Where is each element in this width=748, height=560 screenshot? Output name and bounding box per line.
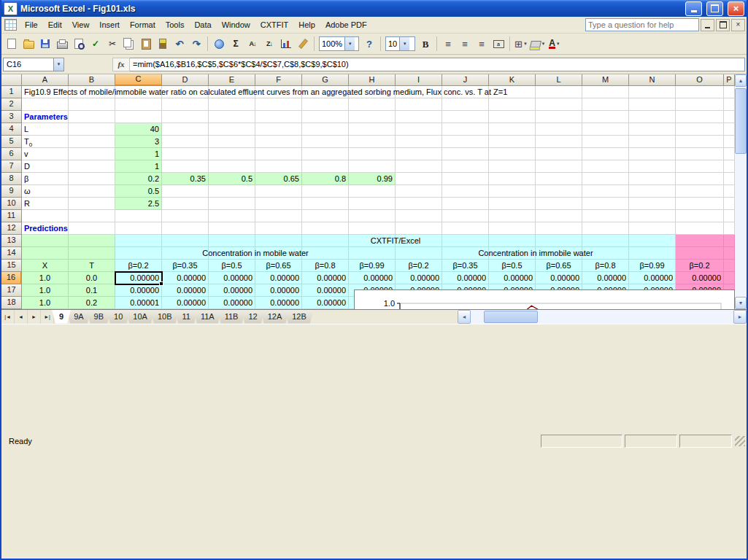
- vertical-scroll-track[interactable]: [735, 87, 747, 297]
- cell-J3[interactable]: [442, 111, 489, 123]
- toolbar-zoom[interactable]: 100%▼: [319, 36, 359, 51]
- font-color-dropdown-icon[interactable]: ▼: [556, 42, 560, 46]
- cell-J11[interactable]: [442, 210, 489, 222]
- effluent-curves-chart[interactable]: 0.00.10.20.30.40.50.60.70.80.91.00.02.04…: [354, 289, 735, 309]
- cell-A14[interactable]: [22, 247, 69, 260]
- cell-E6[interactable]: [209, 148, 255, 160]
- cell-P12[interactable]: [724, 222, 735, 235]
- cell-B10[interactable]: [69, 198, 115, 210]
- cell-A18[interactable]: 1.0: [22, 297, 69, 309]
- cell-M8[interactable]: [582, 173, 629, 185]
- cell-H12[interactable]: [349, 222, 396, 235]
- cell-C11[interactable]: [115, 210, 162, 222]
- cell-G8[interactable]: 0.8: [302, 173, 349, 185]
- cell-K14[interactable]: [489, 247, 536, 260]
- horizontal-scroll-track[interactable]: [471, 310, 733, 324]
- row-header-14[interactable]: 14: [1, 247, 22, 260]
- toolbar-new[interactable]: [4, 36, 20, 52]
- row-header-12[interactable]: 12: [1, 222, 22, 235]
- cell-C13[interactable]: [115, 235, 162, 247]
- cell-F16[interactable]: 0.00000: [255, 272, 302, 284]
- cell-I12[interactable]: [396, 222, 442, 235]
- cell-F18[interactable]: 0.00000: [255, 297, 302, 309]
- cell-C14[interactable]: [115, 247, 162, 260]
- cell-O8[interactable]: [676, 173, 724, 185]
- cell-A7[interactable]: D: [22, 160, 69, 173]
- toolbar-paste[interactable]: [138, 36, 154, 52]
- cell-L6[interactable]: [536, 148, 582, 160]
- cell-P5[interactable]: [724, 136, 735, 148]
- cell-H15[interactable]: β=0.99: [349, 260, 396, 272]
- cell-L4[interactable]: [536, 123, 582, 136]
- column-header-I[interactable]: I: [396, 74, 442, 86]
- cell-O13[interactable]: [676, 235, 724, 247]
- toolbar-insert-hyperlink[interactable]: [211, 36, 227, 52]
- cell-D4[interactable]: [162, 123, 209, 136]
- cell-I11[interactable]: [396, 210, 442, 222]
- cell-P7[interactable]: [724, 160, 735, 173]
- cell-B13[interactable]: [69, 235, 115, 247]
- cell-O9[interactable]: [676, 185, 724, 198]
- cell-E11[interactable]: [209, 210, 255, 222]
- cell-C4[interactable]: 40: [115, 123, 162, 136]
- cell-N5[interactable]: [629, 136, 676, 148]
- sheet-tab-12A[interactable]: 12A: [261, 310, 290, 324]
- cell-P9[interactable]: [724, 185, 735, 198]
- cell-D16[interactable]: 0.00000: [162, 272, 209, 284]
- cell-E4[interactable]: [209, 123, 255, 136]
- cell-F12[interactable]: [255, 222, 302, 235]
- cell-E15[interactable]: β=0.5: [209, 260, 255, 272]
- cell-M7[interactable]: [582, 160, 629, 173]
- cell-F4[interactable]: [255, 123, 302, 136]
- font-size-dropdown-icon[interactable]: ▼: [399, 37, 409, 50]
- column-header-J[interactable]: J: [442, 74, 489, 86]
- cell-L1[interactable]: [536, 86, 582, 98]
- cell-F6[interactable]: [255, 148, 302, 160]
- cell-A12[interactable]: Predictions: [22, 222, 69, 235]
- cell-D17[interactable]: 0.00000: [162, 284, 209, 297]
- cell-G5[interactable]: [302, 136, 349, 148]
- cell-A3[interactable]: Parameters: [22, 111, 69, 123]
- cell-L2[interactable]: [536, 98, 582, 111]
- cell-F14[interactable]: [255, 247, 302, 260]
- cell-H11[interactable]: [349, 210, 396, 222]
- column-header-N[interactable]: N: [629, 74, 676, 86]
- toolbar-chart-wizard[interactable]: [278, 36, 294, 52]
- row-header-1[interactable]: 1: [1, 86, 22, 98]
- toolbar-align-left[interactable]: ≡: [440, 36, 456, 52]
- cell-E9[interactable]: [209, 185, 255, 198]
- toolbar-undo[interactable]: ↶: [171, 36, 188, 52]
- cell-B3[interactable]: [69, 111, 115, 123]
- toolbar-align-center[interactable]: ≡: [457, 36, 473, 52]
- column-header-H[interactable]: H: [349, 74, 396, 86]
- cell-G9[interactable]: [302, 185, 349, 198]
- cell-P15[interactable]: [724, 260, 735, 272]
- select-all-corner[interactable]: [1, 74, 22, 86]
- toolbar-font-size[interactable]: 10▼: [385, 36, 415, 51]
- cell-M2[interactable]: [582, 98, 629, 111]
- cell-L13[interactable]: [536, 235, 582, 247]
- cell-O5[interactable]: [676, 136, 724, 148]
- cell-L8[interactable]: [536, 173, 582, 185]
- column-header-F[interactable]: F: [255, 74, 302, 86]
- cell-B5[interactable]: [69, 136, 115, 148]
- row-header-9[interactable]: 9: [1, 185, 22, 198]
- cell-D15[interactable]: β=0.35: [162, 260, 209, 272]
- cell-P16[interactable]: [724, 272, 735, 284]
- cell-G6[interactable]: [302, 148, 349, 160]
- cell-F17[interactable]: 0.00000: [255, 284, 302, 297]
- row-header-10[interactable]: 10: [1, 198, 22, 210]
- cell-M16[interactable]: 0.00000: [582, 272, 629, 284]
- cell-N3[interactable]: [629, 111, 676, 123]
- row-header-11[interactable]: 11: [1, 210, 22, 222]
- cell-P13[interactable]: [724, 235, 735, 247]
- column-header-A[interactable]: A: [22, 74, 69, 86]
- cell-D3[interactable]: [162, 111, 209, 123]
- cell-N8[interactable]: [629, 173, 676, 185]
- menu-window[interactable]: Window: [217, 18, 255, 31]
- cell-B4[interactable]: [69, 123, 115, 136]
- toolbar-fill-color[interactable]: ▼: [530, 36, 546, 52]
- name-box[interactable]: C16 ▼: [3, 58, 64, 71]
- cell-O4[interactable]: [676, 123, 724, 136]
- cell-J15[interactable]: β=0.35: [442, 260, 489, 272]
